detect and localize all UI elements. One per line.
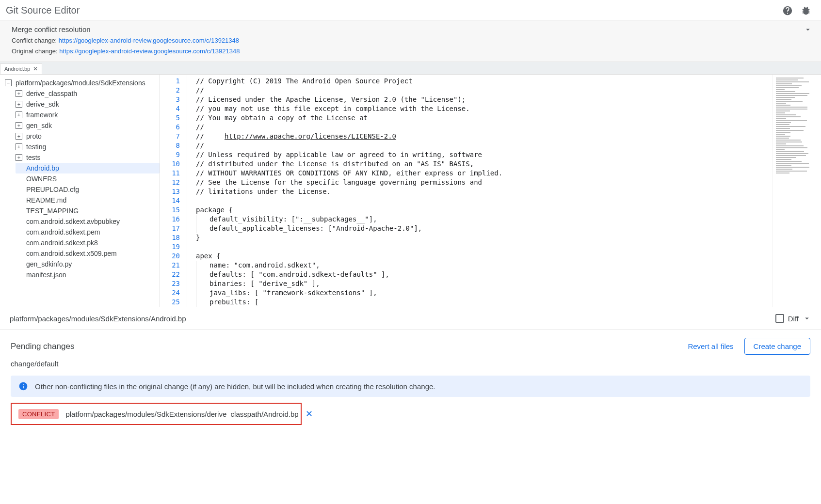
tree-file[interactable]: OWNERS (16, 173, 160, 184)
tree-folder[interactable]: +testing (16, 142, 160, 152)
conflict-change-label: Conflict change: (12, 37, 57, 44)
editor-tab[interactable]: Android.bp ✕ (0, 63, 42, 74)
tree-file[interactable]: README.md (16, 195, 160, 205)
diff-label: Diff (788, 315, 799, 323)
info-icon (18, 381, 28, 391)
expand-icon[interactable]: + (16, 122, 22, 129)
chevron-down-icon[interactable] (804, 25, 812, 34)
code-content[interactable]: // Copyright (C) 2019 The Android Open S… (187, 75, 773, 307)
pending-changes-title: Pending changes (11, 342, 74, 351)
tree-file[interactable]: com.android.sdkext.avbpubkey (16, 216, 160, 227)
create-change-button[interactable]: Create change (744, 338, 810, 355)
tree-folder[interactable]: +derive_classpath (16, 88, 160, 99)
expand-icon[interactable]: + (16, 111, 22, 118)
tree-file[interactable]: manifest.json (16, 269, 160, 280)
diff-checkbox[interactable] (775, 314, 784, 323)
conflict-change-link[interactable]: https://googleplex-android-review.google… (59, 37, 239, 44)
tree-file[interactable]: gen_sdkinfo.py (16, 259, 160, 269)
minimap[interactable] (773, 75, 821, 307)
tree-file[interactable]: com.android.sdkext.pem (16, 227, 160, 237)
conflict-file-row[interactable]: CONFLICT platform/packages/modules/SdkEx… (11, 403, 302, 425)
tree-folder[interactable]: +derive_sdk (16, 99, 160, 110)
revert-all-button[interactable]: Revert all files (688, 342, 733, 350)
tree-file[interactable]: PREUPLOAD.cfg (16, 184, 160, 195)
conflict-file-path: platform/packages/modules/SdkExtensions/… (65, 410, 298, 418)
tree-file[interactable]: TEST_MAPPING (16, 205, 160, 216)
code-editor[interactable]: 1234567891011121314151617181920212223242… (160, 75, 821, 307)
conflict-badge: CONFLICT (18, 409, 59, 419)
tree-folder[interactable]: +tests (16, 152, 160, 163)
file-tree: − platform/packages/modules/SdkExtension… (0, 75, 160, 307)
breadcrumb: platform/packages/modules/SdkExtensions/… (10, 315, 186, 323)
tree-folder[interactable]: +gen_sdk (16, 120, 160, 131)
expand-icon[interactable]: + (16, 90, 22, 97)
change-ref: change/default (11, 360, 810, 368)
original-change-label: Original change: (12, 47, 58, 55)
expand-icon[interactable]: + (16, 143, 22, 150)
expand-icon[interactable]: + (16, 133, 22, 140)
page-title: Git Source Editor (6, 5, 80, 16)
tree-folder[interactable]: +proto (16, 131, 160, 142)
tree-file[interactable]: com.android.sdkext.pk8 (16, 237, 160, 248)
info-banner: Other non-conflicting files in the origi… (11, 376, 810, 397)
expand-icon[interactable]: + (16, 154, 22, 161)
help-icon[interactable] (782, 5, 793, 16)
tree-file[interactable]: com.android.sdkext.x509.pem (16, 248, 160, 259)
close-icon[interactable]: ✕ (306, 409, 313, 419)
original-change-link[interactable]: https://googleplex-android-review.google… (59, 47, 240, 55)
collapse-icon[interactable]: − (5, 79, 12, 86)
tree-file[interactable]: Android.bp (16, 163, 160, 173)
tab-label: Android.bp (4, 66, 30, 72)
merge-title: Merge conflict resolution (12, 25, 809, 33)
tree-root[interactable]: − platform/packages/modules/SdkExtension… (5, 78, 160, 88)
close-icon[interactable]: ✕ (33, 65, 38, 72)
info-text: Other non-conflicting files in the origi… (35, 382, 435, 391)
editor-tab-bar: Android.bp ✕ (0, 62, 821, 75)
merge-conflict-panel: Merge conflict resolution Conflict chang… (0, 20, 821, 62)
bug-icon[interactable] (801, 5, 811, 16)
chevron-down-icon[interactable] (803, 314, 811, 323)
tree-folder[interactable]: +framework (16, 110, 160, 120)
line-gutter: 1234567891011121314151617181920212223242… (160, 75, 187, 307)
expand-icon[interactable]: + (16, 101, 22, 108)
